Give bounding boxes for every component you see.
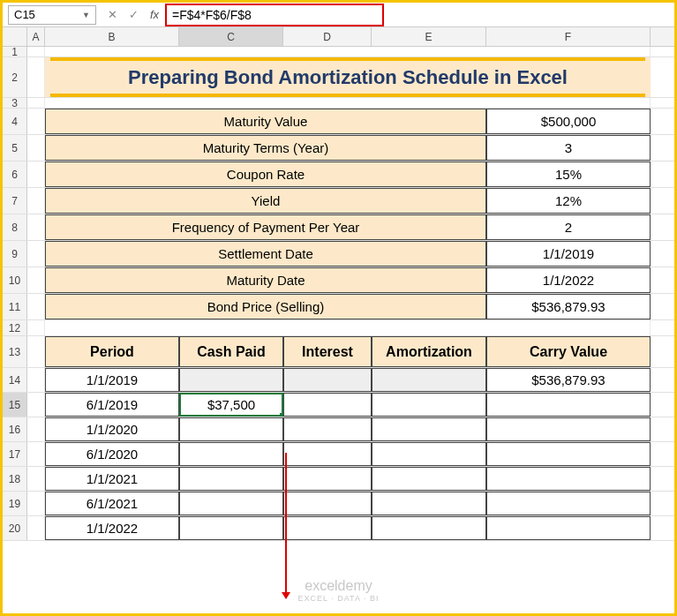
row-header[interactable]: 19 bbox=[3, 492, 27, 515]
cell-interest[interactable] bbox=[283, 368, 372, 392]
param-value[interactable]: 1/1/2019 bbox=[486, 241, 651, 267]
row-header[interactable]: 1 bbox=[3, 47, 27, 56]
table-header: Period bbox=[45, 336, 179, 367]
col-header[interactable]: E bbox=[372, 27, 486, 46]
col-header[interactable]: D bbox=[283, 27, 372, 46]
param-label: Maturity Terms (Year) bbox=[45, 135, 486, 161]
row-header[interactable]: 14 bbox=[3, 368, 27, 392]
cell-amort[interactable] bbox=[372, 368, 486, 392]
col-header[interactable]: C bbox=[179, 27, 283, 46]
chevron-down-icon: ▼ bbox=[82, 11, 90, 19]
param-value[interactable]: $536,879.93 bbox=[486, 294, 651, 319]
param-value[interactable]: 3 bbox=[486, 135, 651, 161]
cell-interest[interactable] bbox=[283, 417, 372, 441]
row-header[interactable]: 20 bbox=[3, 516, 27, 540]
cell-period[interactable]: 1/1/2019 bbox=[45, 368, 179, 392]
param-label: Maturity Date bbox=[45, 267, 486, 293]
cell-period[interactable]: 6/1/2021 bbox=[45, 492, 179, 515]
row-header[interactable]: 9 bbox=[3, 241, 27, 267]
fx-icon[interactable]: fx bbox=[144, 5, 165, 25]
column-headers: A B C D E F bbox=[3, 27, 674, 47]
cell-cash[interactable] bbox=[179, 492, 283, 515]
col-header[interactable]: B bbox=[45, 27, 179, 46]
cell-interest[interactable] bbox=[283, 393, 372, 417]
cell-period[interactable]: 1/1/2022 bbox=[45, 516, 179, 540]
col-header[interactable]: A bbox=[27, 27, 45, 46]
row-header[interactable]: 12 bbox=[3, 320, 27, 335]
watermark: exceldemy EXCEL · DATA · BI bbox=[298, 578, 380, 603]
param-label: Bond Price (Selling) bbox=[45, 294, 486, 319]
table-header: Amortization bbox=[372, 336, 486, 367]
cell-amort[interactable] bbox=[372, 467, 486, 491]
row-header[interactable]: 4 bbox=[3, 109, 27, 134]
cell-amort[interactable] bbox=[372, 442, 486, 466]
cell-cash[interactable] bbox=[179, 467, 283, 491]
name-box-value: C15 bbox=[14, 8, 35, 21]
cell-interest[interactable] bbox=[283, 467, 372, 491]
cell-carry[interactable] bbox=[486, 492, 651, 515]
accept-formula-icon[interactable]: ✓ bbox=[123, 5, 144, 25]
cell-amort[interactable] bbox=[372, 492, 486, 515]
cell-period[interactable]: 6/1/2019 bbox=[45, 393, 179, 417]
cell-amort[interactable] bbox=[372, 417, 486, 441]
arrow-down-icon bbox=[285, 453, 287, 594]
param-value[interactable]: 1/1/2022 bbox=[486, 267, 651, 293]
page-title: Preparing Bond Amortization Schedule in … bbox=[45, 57, 651, 97]
row-header[interactable]: 10 bbox=[3, 267, 27, 293]
cell-period[interactable]: 6/1/2020 bbox=[45, 442, 179, 466]
formula-bar: C15 ▼ ✕ ✓ fx =F$4*F$6/F$8 bbox=[3, 3, 674, 27]
row-header[interactable]: 8 bbox=[3, 214, 27, 240]
row-header[interactable]: 18 bbox=[3, 467, 27, 491]
name-box[interactable]: C15 ▼ bbox=[8, 5, 96, 25]
table-header: Interest bbox=[283, 336, 372, 367]
param-value[interactable]: 12% bbox=[486, 188, 651, 214]
param-value[interactable]: 2 bbox=[486, 214, 651, 240]
cell-period[interactable]: 1/1/2020 bbox=[45, 417, 179, 441]
row-header[interactable]: 17 bbox=[3, 442, 27, 466]
fill-handle[interactable] bbox=[279, 412, 283, 417]
cell-carry[interactable] bbox=[486, 467, 651, 491]
row-header[interactable]: 15 bbox=[3, 393, 27, 417]
cell-cash[interactable] bbox=[179, 442, 283, 466]
spreadsheet-grid: A B C D E F 1 2 Preparing Bond Amortizat… bbox=[3, 27, 674, 541]
cell-carry[interactable] bbox=[486, 417, 651, 441]
row-header[interactable]: 7 bbox=[3, 188, 27, 214]
row-header[interactable]: 3 bbox=[3, 98, 27, 108]
cell-carry[interactable] bbox=[486, 393, 651, 417]
param-label: Coupon Rate bbox=[45, 162, 486, 187]
row-header[interactable]: 13 bbox=[3, 336, 27, 367]
table-header: Cash Paid bbox=[179, 336, 283, 367]
cell-interest[interactable] bbox=[283, 442, 372, 466]
cell-carry[interactable]: $536,879.93 bbox=[486, 368, 651, 392]
cell-amort[interactable] bbox=[372, 516, 486, 540]
cell-carry[interactable] bbox=[486, 442, 651, 466]
col-header[interactable]: F bbox=[486, 27, 651, 46]
row-header[interactable]: 16 bbox=[3, 417, 27, 441]
row-header[interactable]: 2 bbox=[3, 57, 27, 97]
cell-interest[interactable] bbox=[283, 492, 372, 515]
cell-carry[interactable] bbox=[486, 516, 651, 540]
cell-interest[interactable] bbox=[283, 516, 372, 540]
cancel-formula-icon[interactable]: ✕ bbox=[102, 5, 123, 25]
formula-highlight: =F$4*F$6/F$8 bbox=[165, 4, 384, 26]
row-header[interactable]: 6 bbox=[3, 162, 27, 187]
param-label: Frequency of Payment Per Year bbox=[45, 214, 486, 240]
param-value[interactable]: 15% bbox=[486, 162, 651, 187]
cell-cash[interactable] bbox=[179, 516, 283, 540]
cell-amort[interactable] bbox=[372, 393, 486, 417]
row-header[interactable]: 5 bbox=[3, 135, 27, 161]
table-header: Carry Value bbox=[486, 336, 651, 367]
param-label: Yield bbox=[45, 188, 486, 214]
cell-cash[interactable] bbox=[179, 368, 283, 392]
row-header[interactable]: 11 bbox=[3, 294, 27, 319]
param-label: Settlement Date bbox=[45, 241, 486, 267]
formula-input[interactable]: =F$4*F$6/F$8 bbox=[169, 6, 380, 24]
cell-cash[interactable] bbox=[179, 417, 283, 441]
param-value[interactable]: $500,000 bbox=[486, 109, 651, 134]
select-all-corner[interactable] bbox=[3, 27, 27, 46]
cell-cash[interactable]: $37,500 bbox=[179, 393, 283, 417]
cell-period[interactable]: 1/1/2021 bbox=[45, 467, 179, 491]
param-label: Maturity Value bbox=[45, 109, 486, 134]
